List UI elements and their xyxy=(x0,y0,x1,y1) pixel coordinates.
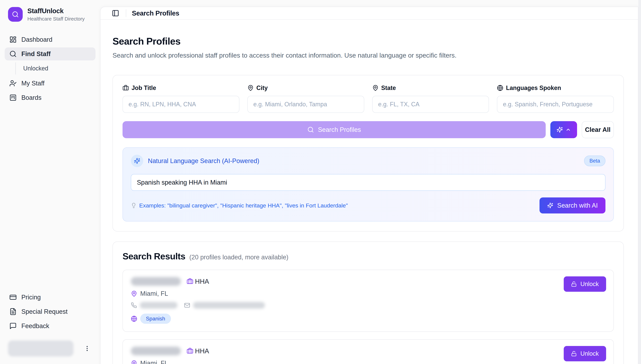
sparkles-icon xyxy=(134,158,140,164)
unlock-button[interactable]: Unlock xyxy=(564,346,606,361)
panel-left-icon xyxy=(112,10,119,17)
filter-field-job-title: Job Title xyxy=(122,84,239,113)
nl-search-header: Natural Language Search (AI-Powered) Bet… xyxy=(131,155,606,167)
filter-fields: Job Title City State xyxy=(122,84,614,113)
nl-search-examples[interactable]: Examples: "bilingual caregiver", "Hispan… xyxy=(131,202,348,209)
city-input[interactable] xyxy=(248,96,364,113)
sidebar-item-label: Feedback xyxy=(21,322,49,330)
field-label: State xyxy=(372,84,489,92)
phone-icon xyxy=(131,302,137,308)
topbar: Search Profiles xyxy=(100,7,638,20)
header-title: Search Profiles xyxy=(132,10,179,17)
kanban-icon xyxy=(9,94,17,101)
ellipsis-vertical-icon xyxy=(84,345,90,352)
page-title: Search Profiles xyxy=(112,36,624,47)
filter-field-languages: Languages Spoken xyxy=(497,84,614,113)
redacted-profile-name xyxy=(131,277,181,286)
field-label-text: State xyxy=(381,84,396,92)
search-results-header: Search Results (20 profiles loaded, more… xyxy=(122,251,614,261)
sidebar-footer: Pricing Special Request Feedback xyxy=(5,291,96,356)
sidebar-nav: Dashboard Find Staff Unlocked My Staff B… xyxy=(5,33,96,106)
sidebar-item-dashboard[interactable]: Dashboard xyxy=(5,33,96,46)
search-with-ai-label: Search with AI xyxy=(557,202,598,209)
sidebar-item-label: Dashboard xyxy=(21,36,52,43)
briefcase-icon xyxy=(186,278,193,285)
profile-location-row: Miami, FL xyxy=(131,360,606,364)
clear-all-button[interactable]: Clear All xyxy=(582,121,614,138)
search-results-title: Search Results xyxy=(122,251,185,261)
sidebar-toggle-button[interactable] xyxy=(111,8,120,18)
nl-search-examples-text: Examples: "bilingual caregiver", "Hispan… xyxy=(139,202,348,209)
layout-dashboard-icon xyxy=(9,36,17,43)
nl-search-input[interactable] xyxy=(131,174,606,191)
profile-name-row: HHA xyxy=(131,277,606,286)
profile-location: Miami, FL xyxy=(140,290,168,297)
page-description: Search and unlock professional staff pro… xyxy=(112,52,624,59)
profile-job-title: HHA xyxy=(195,278,209,285)
filter-panel: Job Title City State xyxy=(112,75,624,232)
profile-name-row: HHA xyxy=(131,347,606,355)
languages-input[interactable] xyxy=(497,96,614,113)
user-menu-button[interactable] xyxy=(82,342,92,356)
mail-icon xyxy=(184,302,190,308)
brand-text: StaffUnlock Healthcare Staff Directory xyxy=(28,7,85,22)
main-panel: Search Profiles Search Profiles Search a… xyxy=(100,7,638,364)
filter-field-state: State xyxy=(372,84,489,113)
field-label: Languages Spoken xyxy=(497,84,614,92)
sidebar-item-label: Pricing xyxy=(21,294,41,301)
lock-open-icon xyxy=(571,351,577,356)
map-pin-icon xyxy=(131,360,137,364)
redacted-profile-name xyxy=(131,347,181,355)
language-badge: Spanish xyxy=(140,314,171,324)
sidebar: StaffUnlock Healthcare Staff Directory D… xyxy=(0,0,100,364)
sidebar-item-label: My Staff xyxy=(21,80,44,87)
sidebar-subnav: Unlocked xyxy=(15,62,96,74)
filter-field-city: City xyxy=(248,84,364,113)
globe-icon xyxy=(131,316,137,322)
sidebar-item-feedback[interactable]: Feedback xyxy=(5,320,96,332)
sidebar-item-label: Boards xyxy=(21,94,42,101)
ai-search-toggle-button[interactable] xyxy=(550,121,577,138)
redacted-user-name[interactable] xyxy=(8,340,74,356)
unlock-button-label: Unlock xyxy=(580,280,599,288)
nl-search-footer: Examples: "bilingual caregiver", "Hispan… xyxy=(131,198,606,214)
unlock-button-label: Unlock xyxy=(580,350,599,357)
field-label-text: Job Title xyxy=(132,84,156,92)
clear-all-button-label: Clear All xyxy=(585,126,610,133)
state-input[interactable] xyxy=(372,96,489,113)
user-account-row xyxy=(5,340,96,356)
globe-icon xyxy=(497,85,503,91)
chevron-up-icon xyxy=(566,127,571,132)
search-icon xyxy=(9,50,17,58)
app-subtitle: Healthcare Staff Directory xyxy=(28,16,85,22)
search-with-ai-button[interactable]: Search with AI xyxy=(540,198,606,214)
search-results-panel: Search Results (20 profiles loaded, more… xyxy=(112,242,624,364)
beta-badge: Beta xyxy=(584,156,606,166)
lock-open-icon xyxy=(571,281,577,287)
profile-languages-row: Spanish xyxy=(131,314,606,324)
briefcase-icon xyxy=(122,85,129,91)
sidebar-item-special-request[interactable]: Special Request xyxy=(5,305,96,318)
sidebar-item-find-staff[interactable]: Find Staff xyxy=(5,48,96,60)
unlock-button[interactable]: Unlock xyxy=(564,276,606,292)
sidebar-item-boards[interactable]: Boards xyxy=(5,91,96,104)
search-profiles-button[interactable]: Search Profiles xyxy=(122,121,546,138)
sparkles-badge xyxy=(131,155,143,167)
profile-card: Unlock HHA Miami, FL xyxy=(122,270,614,332)
natural-language-search-panel: Natural Language Search (AI-Powered) Bet… xyxy=(122,147,614,222)
app-brand: StaffUnlock Healthcare Staff Directory xyxy=(5,7,96,22)
sidebar-item-pricing[interactable]: Pricing xyxy=(5,291,96,304)
sidebar-item-my-staff[interactable]: My Staff xyxy=(5,77,96,90)
profile-contact-row xyxy=(131,302,606,308)
filter-actions: Search Profiles Clear All xyxy=(122,121,614,138)
sidebar-item-label: Special Request xyxy=(21,308,68,315)
lightbulb-icon xyxy=(131,202,136,208)
field-label: City xyxy=(248,84,364,92)
sidebar-item-unlocked[interactable]: Unlocked xyxy=(23,62,96,74)
sparkles-icon xyxy=(547,202,553,208)
file-text-icon xyxy=(9,308,17,315)
search-icon xyxy=(307,126,314,133)
profile-location-row: Miami, FL xyxy=(131,290,606,297)
page-scrollbar[interactable] xyxy=(638,0,641,364)
job-title-input[interactable] xyxy=(122,96,239,113)
